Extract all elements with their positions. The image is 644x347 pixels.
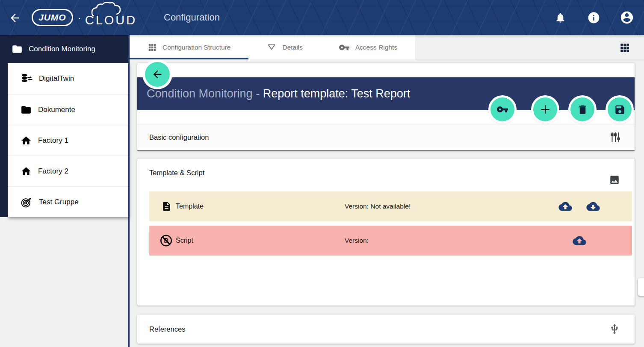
notifications-button[interactable] <box>551 0 570 35</box>
basic-button[interactable]: Basic <box>638 278 644 296</box>
cloud-upload-icon <box>573 235 587 246</box>
home-icon <box>21 135 32 146</box>
sidebar-item-dokumente[interactable]: Dokumente <box>8 94 128 125</box>
info-icon <box>587 11 600 24</box>
config-header-card: Condition Monitoring - Report template: … <box>137 63 635 151</box>
script-blocked-icon <box>160 234 173 247</box>
template-script-title: Template & Script <box>149 169 204 177</box>
sidebar-group-header[interactable]: Condition Monitoring <box>0 35 128 63</box>
add-fab[interactable] <box>533 97 557 121</box>
access-rights-fab[interactable] <box>490 97 514 121</box>
template-script-card: Template & Script Template Version: Not … <box>137 159 635 306</box>
script-row-label: Script <box>176 237 193 244</box>
apps-grid-icon <box>619 42 638 53</box>
page-title: Configuration <box>164 0 220 35</box>
tab-label: Details <box>282 44 302 51</box>
target-icon <box>21 196 32 208</box>
image-icon <box>609 174 624 185</box>
account-button[interactable] <box>617 0 636 35</box>
jumo-cloud-logo: JUMO · CLOUD <box>32 6 137 29</box>
tab-details[interactable]: Details <box>248 35 320 59</box>
script-row: Script Version: <box>149 226 632 256</box>
sidebar-item-digitaltwin[interactable]: DigitalTwin <box>8 63 128 94</box>
add-icon <box>539 103 552 116</box>
sidebar-item-label: Dokumente <box>38 106 75 114</box>
delete-fab[interactable] <box>570 97 594 121</box>
sidebar-item-label: DigitalTwin <box>39 74 74 83</box>
key-icon <box>339 42 350 53</box>
references-connect-button[interactable] <box>609 321 624 337</box>
account-circle-icon <box>620 10 634 25</box>
template-version-text: Version: Not available! <box>345 203 411 210</box>
cloud-upload-icon <box>558 201 573 212</box>
sidebar-item-label: Factory 1 <box>38 136 68 145</box>
grid-icon <box>148 43 157 52</box>
save-fab[interactable] <box>608 97 632 121</box>
bell-icon <box>555 12 566 24</box>
cloud-outline-icon <box>91 2 128 17</box>
logo-dot: · <box>77 10 82 25</box>
template-upload-button[interactable] <box>558 200 573 212</box>
sidebar-item-label: Test Gruppe <box>39 198 79 206</box>
sidebar-item-factory-2[interactable]: Factory 2 <box>8 156 128 186</box>
tune-icon <box>609 131 624 144</box>
config-breadcrumb: Condition Monitoring - <box>147 87 263 100</box>
tab-label: Access Rights <box>355 44 397 51</box>
tab-label: Configuration Structure <box>162 44 230 51</box>
jumo-cloud-app: JUMO · CLOUD Configuration <box>0 0 644 347</box>
sidebar-group-label: Condition Monitoring <box>29 45 95 53</box>
references-card[interactable]: References <box>137 315 635 344</box>
back-button[interactable] <box>9 11 23 25</box>
tab-configuration-structure[interactable]: Configuration Structure <box>130 35 248 59</box>
arrow-back-icon <box>151 68 163 80</box>
usb-icon <box>609 323 624 335</box>
sidebar-rail <box>0 63 8 217</box>
jumo-logo-text: JUMO <box>32 9 73 26</box>
config-title-band: Condition Monitoring - Report template: … <box>137 77 635 110</box>
funnel-icon <box>266 42 277 53</box>
document-icon <box>161 201 172 212</box>
references-label: References <box>149 325 185 333</box>
topbar: JUMO · CLOUD Configuration <box>0 0 644 35</box>
script-version-text: Version: <box>345 237 369 244</box>
template-row: Template Version: Not available! <box>149 191 632 221</box>
tab-bar: Configuration Structure Details Access R… <box>130 35 644 59</box>
key-icon <box>496 103 508 115</box>
tab-access-rights[interactable]: Access Rights <box>321 35 415 59</box>
sidebar-item-test-gruppe[interactable]: Test Gruppe <box>8 186 128 217</box>
info-button[interactable] <box>584 0 603 35</box>
preview-image-button[interactable] <box>609 172 624 188</box>
config-title: Condition Monitoring - Report template: … <box>147 87 410 100</box>
home-icon <box>21 166 32 177</box>
script-upload-button[interactable] <box>573 235 587 247</box>
basic-configuration-row[interactable]: Basic configuration <box>137 124 635 151</box>
basic-configuration-label: Basic configuration <box>149 133 209 141</box>
basic-configuration-expand-button[interactable] <box>609 129 624 145</box>
folder-icon <box>12 44 23 55</box>
config-title-text: Report template: Test Report <box>263 87 411 100</box>
save-icon <box>614 104 626 115</box>
sidebar-item-label: Factory 2 <box>38 167 68 176</box>
folder-icon <box>21 104 32 115</box>
arrow-back-icon <box>9 12 23 24</box>
sidebar-divider <box>128 35 130 347</box>
apps-grid-button[interactable] <box>619 38 638 57</box>
cloud-download-icon <box>586 201 601 212</box>
template-download-button[interactable] <box>586 200 601 212</box>
navigate-back-fab[interactable] <box>145 62 170 87</box>
delete-icon <box>577 104 588 115</box>
sidebar-item-factory-1[interactable]: Factory 1 <box>8 125 128 156</box>
sidebar-tree: DigitalTwin Dokumente Factory 1 Factory … <box>8 63 128 217</box>
digital-twin-icon <box>21 73 32 85</box>
template-row-label: Template <box>176 203 204 210</box>
tabs-strip: Configuration Structure Details Access R… <box>130 35 415 59</box>
